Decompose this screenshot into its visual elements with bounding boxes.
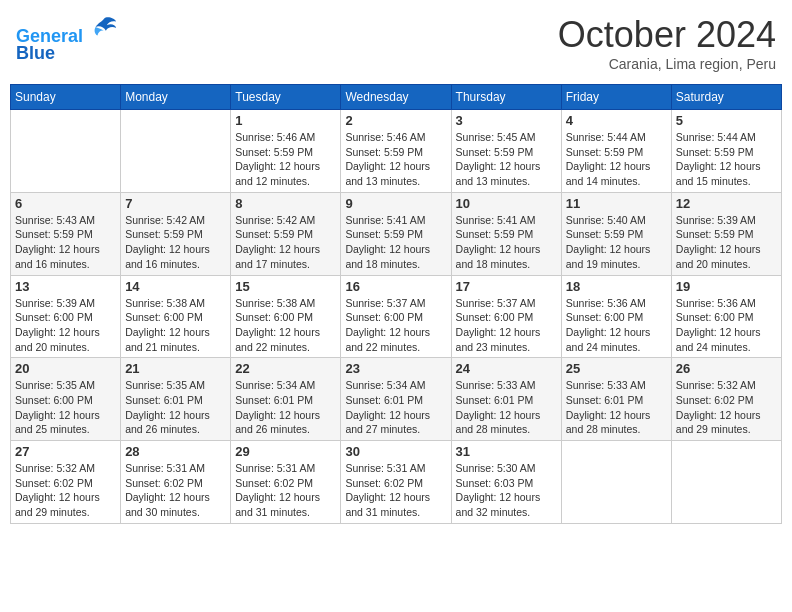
calendar-week-row: 20Sunrise: 5:35 AM Sunset: 6:00 PM Dayli… (11, 358, 782, 441)
calendar-cell: 19Sunrise: 5:36 AM Sunset: 6:00 PM Dayli… (671, 275, 781, 358)
day-info: Sunrise: 5:37 AM Sunset: 6:00 PM Dayligh… (345, 296, 446, 355)
day-number: 14 (125, 279, 226, 294)
calendar-cell: 9Sunrise: 5:41 AM Sunset: 5:59 PM Daylig… (341, 192, 451, 275)
day-header-saturday: Saturday (671, 85, 781, 110)
calendar-cell: 20Sunrise: 5:35 AM Sunset: 6:00 PM Dayli… (11, 358, 121, 441)
day-number: 25 (566, 361, 667, 376)
logo-text: General (16, 14, 118, 47)
day-info: Sunrise: 5:42 AM Sunset: 5:59 PM Dayligh… (125, 213, 226, 272)
day-number: 18 (566, 279, 667, 294)
calendar-week-row: 27Sunrise: 5:32 AM Sunset: 6:02 PM Dayli… (11, 441, 782, 524)
calendar-cell: 24Sunrise: 5:33 AM Sunset: 6:01 PM Dayli… (451, 358, 561, 441)
calendar-cell: 12Sunrise: 5:39 AM Sunset: 5:59 PM Dayli… (671, 192, 781, 275)
day-info: Sunrise: 5:44 AM Sunset: 5:59 PM Dayligh… (566, 130, 667, 189)
day-info: Sunrise: 5:41 AM Sunset: 5:59 PM Dayligh… (345, 213, 446, 272)
day-info: Sunrise: 5:45 AM Sunset: 5:59 PM Dayligh… (456, 130, 557, 189)
day-info: Sunrise: 5:31 AM Sunset: 6:02 PM Dayligh… (125, 461, 226, 520)
day-info: Sunrise: 5:43 AM Sunset: 5:59 PM Dayligh… (15, 213, 116, 272)
day-info: Sunrise: 5:30 AM Sunset: 6:03 PM Dayligh… (456, 461, 557, 520)
calendar-cell: 11Sunrise: 5:40 AM Sunset: 5:59 PM Dayli… (561, 192, 671, 275)
day-number: 11 (566, 196, 667, 211)
calendar-cell: 22Sunrise: 5:34 AM Sunset: 6:01 PM Dayli… (231, 358, 341, 441)
day-number: 20 (15, 361, 116, 376)
day-header-wednesday: Wednesday (341, 85, 451, 110)
day-number: 30 (345, 444, 446, 459)
day-number: 3 (456, 113, 557, 128)
calendar-cell: 7Sunrise: 5:42 AM Sunset: 5:59 PM Daylig… (121, 192, 231, 275)
calendar-cell (671, 441, 781, 524)
calendar-cell: 21Sunrise: 5:35 AM Sunset: 6:01 PM Dayli… (121, 358, 231, 441)
day-number: 21 (125, 361, 226, 376)
calendar-cell: 16Sunrise: 5:37 AM Sunset: 6:00 PM Dayli… (341, 275, 451, 358)
day-number: 9 (345, 196, 446, 211)
month-title: October 2024 (558, 14, 776, 56)
day-info: Sunrise: 5:36 AM Sunset: 6:00 PM Dayligh… (676, 296, 777, 355)
day-number: 2 (345, 113, 446, 128)
calendar-week-row: 1Sunrise: 5:46 AM Sunset: 5:59 PM Daylig… (11, 110, 782, 193)
calendar-cell: 2Sunrise: 5:46 AM Sunset: 5:59 PM Daylig… (341, 110, 451, 193)
location: Carania, Lima region, Peru (558, 56, 776, 72)
calendar-cell: 18Sunrise: 5:36 AM Sunset: 6:00 PM Dayli… (561, 275, 671, 358)
day-info: Sunrise: 5:44 AM Sunset: 5:59 PM Dayligh… (676, 130, 777, 189)
day-info: Sunrise: 5:33 AM Sunset: 6:01 PM Dayligh… (566, 378, 667, 437)
day-number: 26 (676, 361, 777, 376)
day-info: Sunrise: 5:42 AM Sunset: 5:59 PM Dayligh… (235, 213, 336, 272)
calendar-cell: 13Sunrise: 5:39 AM Sunset: 6:00 PM Dayli… (11, 275, 121, 358)
day-number: 16 (345, 279, 446, 294)
day-info: Sunrise: 5:31 AM Sunset: 6:02 PM Dayligh… (345, 461, 446, 520)
calendar-cell: 14Sunrise: 5:38 AM Sunset: 6:00 PM Dayli… (121, 275, 231, 358)
day-number: 8 (235, 196, 336, 211)
calendar-cell: 4Sunrise: 5:44 AM Sunset: 5:59 PM Daylig… (561, 110, 671, 193)
day-header-sunday: Sunday (11, 85, 121, 110)
day-number: 24 (456, 361, 557, 376)
day-header-tuesday: Tuesday (231, 85, 341, 110)
day-info: Sunrise: 5:35 AM Sunset: 6:00 PM Dayligh… (15, 378, 116, 437)
calendar-header-row: SundayMondayTuesdayWednesdayThursdayFrid… (11, 85, 782, 110)
day-number: 23 (345, 361, 446, 376)
calendar-cell: 3Sunrise: 5:45 AM Sunset: 5:59 PM Daylig… (451, 110, 561, 193)
day-info: Sunrise: 5:37 AM Sunset: 6:00 PM Dayligh… (456, 296, 557, 355)
day-number: 12 (676, 196, 777, 211)
day-info: Sunrise: 5:32 AM Sunset: 6:02 PM Dayligh… (676, 378, 777, 437)
day-number: 15 (235, 279, 336, 294)
day-header-thursday: Thursday (451, 85, 561, 110)
calendar-week-row: 13Sunrise: 5:39 AM Sunset: 6:00 PM Dayli… (11, 275, 782, 358)
day-number: 6 (15, 196, 116, 211)
calendar-cell: 29Sunrise: 5:31 AM Sunset: 6:02 PM Dayli… (231, 441, 341, 524)
day-number: 7 (125, 196, 226, 211)
day-info: Sunrise: 5:32 AM Sunset: 6:02 PM Dayligh… (15, 461, 116, 520)
calendar-cell: 28Sunrise: 5:31 AM Sunset: 6:02 PM Dayli… (121, 441, 231, 524)
calendar-cell: 1Sunrise: 5:46 AM Sunset: 5:59 PM Daylig… (231, 110, 341, 193)
day-number: 10 (456, 196, 557, 211)
day-number: 31 (456, 444, 557, 459)
day-number: 29 (235, 444, 336, 459)
day-info: Sunrise: 5:38 AM Sunset: 6:00 PM Dayligh… (125, 296, 226, 355)
day-info: Sunrise: 5:34 AM Sunset: 6:01 PM Dayligh… (345, 378, 446, 437)
day-number: 19 (676, 279, 777, 294)
calendar-cell: 15Sunrise: 5:38 AM Sunset: 6:00 PM Dayli… (231, 275, 341, 358)
day-info: Sunrise: 5:39 AM Sunset: 5:59 PM Dayligh… (676, 213, 777, 272)
calendar-cell: 10Sunrise: 5:41 AM Sunset: 5:59 PM Dayli… (451, 192, 561, 275)
day-info: Sunrise: 5:39 AM Sunset: 6:00 PM Dayligh… (15, 296, 116, 355)
day-info: Sunrise: 5:38 AM Sunset: 6:00 PM Dayligh… (235, 296, 336, 355)
day-number: 13 (15, 279, 116, 294)
day-number: 1 (235, 113, 336, 128)
calendar-table: SundayMondayTuesdayWednesdayThursdayFrid… (10, 84, 782, 524)
day-info: Sunrise: 5:40 AM Sunset: 5:59 PM Dayligh… (566, 213, 667, 272)
calendar-cell: 17Sunrise: 5:37 AM Sunset: 6:00 PM Dayli… (451, 275, 561, 358)
logo: General Blue (16, 14, 118, 64)
calendar-cell: 27Sunrise: 5:32 AM Sunset: 6:02 PM Dayli… (11, 441, 121, 524)
day-header-monday: Monday (121, 85, 231, 110)
day-info: Sunrise: 5:41 AM Sunset: 5:59 PM Dayligh… (456, 213, 557, 272)
day-info: Sunrise: 5:33 AM Sunset: 6:01 PM Dayligh… (456, 378, 557, 437)
calendar-cell: 23Sunrise: 5:34 AM Sunset: 6:01 PM Dayli… (341, 358, 451, 441)
day-info: Sunrise: 5:35 AM Sunset: 6:01 PM Dayligh… (125, 378, 226, 437)
day-info: Sunrise: 5:46 AM Sunset: 5:59 PM Dayligh… (345, 130, 446, 189)
day-number: 22 (235, 361, 336, 376)
calendar-cell: 6Sunrise: 5:43 AM Sunset: 5:59 PM Daylig… (11, 192, 121, 275)
calendar-week-row: 6Sunrise: 5:43 AM Sunset: 5:59 PM Daylig… (11, 192, 782, 275)
logo-bird-icon (90, 14, 118, 42)
day-number: 28 (125, 444, 226, 459)
day-number: 5 (676, 113, 777, 128)
calendar-cell (11, 110, 121, 193)
